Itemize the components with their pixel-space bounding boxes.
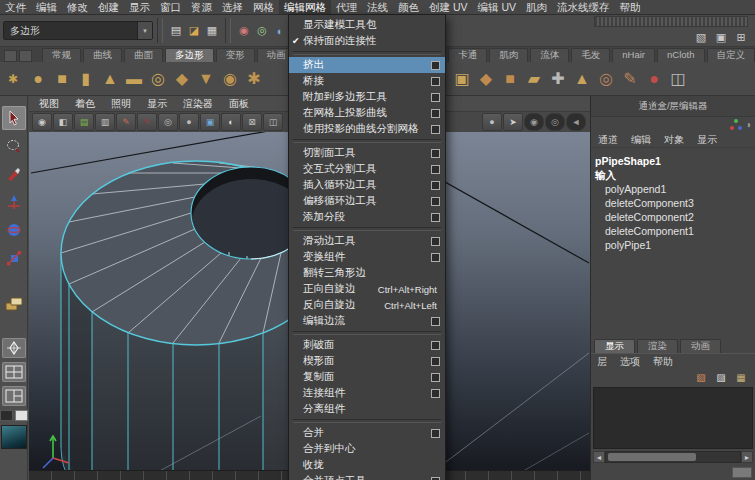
menubar-item[interactable]: 窗口: [155, 0, 186, 14]
resolution-gate-icon[interactable]: ◄: [566, 113, 586, 131]
rotate-tool-button[interactable]: [2, 218, 26, 242]
poly-cube-icon[interactable]: ■: [50, 65, 74, 93]
extrude-icon[interactable]: ◆: [474, 65, 498, 93]
menu-item[interactable]: ✔: [293, 51, 441, 55]
menu-item[interactable]: ✔: [293, 331, 441, 335]
option-box-icon[interactable]: [431, 181, 440, 190]
channel-box-menu-item[interactable]: 显示: [697, 133, 717, 147]
layout-menu-button[interactable]: [2, 338, 26, 358]
split-icon[interactable]: ▲: [570, 65, 594, 93]
option-box-icon[interactable]: [431, 197, 440, 206]
menu-item[interactable]: ✔ 滑动边工具: [289, 233, 445, 249]
gate-mask-icon[interactable]: ◉: [524, 113, 544, 131]
menu-item[interactable]: ✔: [293, 139, 441, 143]
open-scene-icon[interactable]: ◪: [185, 22, 203, 40]
menubar-item[interactable]: 代理: [331, 0, 362, 14]
shelf-tab[interactable]: 肌肉: [489, 48, 528, 62]
new-scene-icon[interactable]: ▤: [167, 22, 185, 40]
outliner-toggle-icon[interactable]: [0, 410, 13, 421]
panel-menu-item[interactable]: 面板: [221, 97, 257, 111]
menu-item[interactable]: ✔ 楔形面: [289, 353, 445, 369]
shelf-tab[interactable]: 自定义: [707, 48, 755, 62]
menu-item[interactable]: ✔ 添加分段: [289, 209, 445, 225]
menu-item[interactable]: ✔ 反向自旋边 Ctrl+Alt+Left: [289, 297, 445, 313]
shelf-tab[interactable]: 变形: [216, 48, 255, 62]
select-object-icon[interactable]: ◎: [253, 22, 271, 40]
bookmark-icon[interactable]: ▤: [74, 113, 94, 131]
scroll-right-icon[interactable]: ►: [741, 451, 753, 463]
target-weld-icon[interactable]: ●: [642, 65, 666, 93]
history-toggle-icon[interactable]: ◗: [746, 119, 752, 130]
menubar-item[interactable]: 显示: [124, 0, 155, 14]
input-node[interactable]: deleteComponent2: [595, 210, 755, 224]
scale-tool-button[interactable]: [2, 246, 26, 270]
scroll-thumb[interactable]: [608, 453, 696, 461]
option-box-icon[interactable]: [431, 61, 440, 70]
channel-box-menu-item[interactable]: 编辑: [631, 133, 651, 147]
shelf-tab[interactable]: 流体: [530, 48, 569, 62]
panel-resize-handle[interactable]: [732, 467, 752, 478]
menu-item[interactable]: ✔ 编辑边流: [289, 313, 445, 329]
render-view-icon[interactable]: ▧: [692, 29, 710, 47]
poly-pipe-icon[interactable]: ◉: [218, 65, 242, 93]
menu-item[interactable]: ✔ 合并顶点工具: [289, 473, 445, 480]
camera-lock-icon[interactable]: ◧: [53, 113, 73, 131]
select-tool-button[interactable]: [2, 106, 26, 130]
option-box-icon[interactable]: [431, 477, 440, 480]
option-box-icon[interactable]: [431, 429, 440, 438]
menubar-item[interactable]: 颜色: [393, 0, 424, 14]
new-empty-layer-icon[interactable]: ▧: [693, 371, 709, 384]
shelf-tab[interactable]: 毛发: [571, 48, 610, 62]
shape-node-name[interactable]: pPipeShape1: [595, 154, 755, 168]
hypershade-icon[interactable]: ▣: [712, 29, 730, 47]
menu-item[interactable]: ✔ 连接组件: [289, 385, 445, 401]
option-box-icon[interactable]: [431, 317, 440, 326]
option-box-icon[interactable]: [431, 213, 440, 222]
option-box-icon[interactable]: [431, 373, 440, 382]
channel-box-menu-item[interactable]: 通道: [598, 133, 618, 147]
safe-display-icon[interactable]: ◎: [545, 113, 565, 131]
menu-set-selector[interactable]: 多边形: [3, 21, 153, 40]
menu-item[interactable]: ✔ 显示建模工具包: [289, 17, 445, 33]
poly-torus-icon[interactable]: ◎: [146, 65, 170, 93]
option-box-icon[interactable]: [431, 125, 440, 134]
menu-item[interactable]: ✔ 桥接: [289, 73, 445, 89]
menu-item[interactable]: ✔ 变换组件: [289, 249, 445, 265]
menu-item[interactable]: ✔ 分离组件: [289, 401, 445, 417]
image-plane-icon[interactable]: ▥: [95, 113, 115, 131]
menubar-item[interactable]: 肌肉: [521, 0, 552, 14]
select-cursor-icon[interactable]: ➤: [503, 113, 523, 131]
collapser-handle[interactable]: [594, 16, 748, 27]
option-box-icon[interactable]: [431, 237, 440, 246]
menu-item[interactable]: ✔ 切割面工具: [289, 145, 445, 161]
menu-item[interactable]: ✔ 翻转三角形边: [289, 265, 445, 281]
shaded-mode-icon[interactable]: ●: [179, 113, 199, 131]
last-tool-button[interactable]: [2, 292, 26, 316]
layer-editor-menu-item[interactable]: 层: [597, 355, 607, 369]
save-scene-icon[interactable]: ▦: [203, 22, 221, 40]
menubar-item[interactable]: 法线: [362, 0, 393, 14]
shelf-menu-icon[interactable]: [4, 50, 17, 62]
shelf-tab[interactable]: 曲线: [83, 48, 122, 62]
field-sphere-icon[interactable]: ●: [482, 113, 502, 131]
bridge-icon[interactable]: ▰: [522, 65, 546, 93]
poly-sphere-icon[interactable]: ●: [26, 65, 50, 93]
option-box-icon[interactable]: [431, 357, 440, 366]
layer-editor-menu-item[interactable]: 选项: [620, 355, 640, 369]
layer-editor-tab[interactable]: 渲染: [637, 339, 678, 353]
camera-select-icon[interactable]: ◉: [32, 113, 52, 131]
channel-box-menu-item[interactable]: 对象: [664, 133, 684, 147]
poly-plane-icon[interactable]: ▬: [122, 65, 146, 93]
persp-view-thumbnail[interactable]: [1, 425, 27, 449]
lasso-tool-button[interactable]: [2, 134, 26, 158]
input-node[interactable]: deleteComponent3: [595, 196, 755, 210]
menubar-item[interactable]: 创建 UV: [424, 0, 473, 14]
textured-mode-icon[interactable]: ▣: [200, 113, 220, 131]
multi-cut-icon[interactable]: ✎: [618, 65, 642, 93]
shelf-arrow-icon[interactable]: [19, 50, 32, 62]
menu-item[interactable]: ✔: [293, 419, 441, 423]
select-component-icon[interactable]: ◐: [271, 22, 289, 40]
menubar-item[interactable]: 修改: [62, 0, 93, 14]
poly-cylinder-icon[interactable]: ▮: [74, 65, 98, 93]
lighting-icon[interactable]: ◐: [221, 113, 241, 131]
